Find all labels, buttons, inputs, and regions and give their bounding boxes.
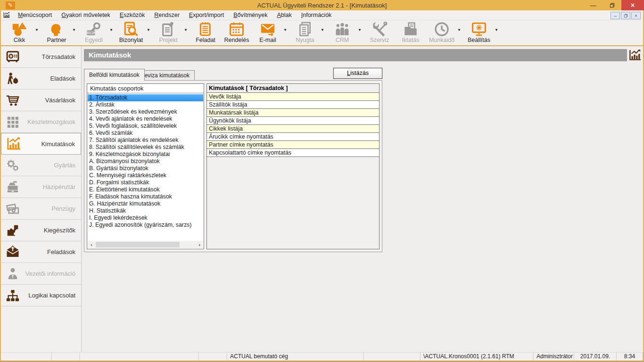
restore-button[interactable]: [603, 0, 621, 10]
menu-item-menucsoport[interactable]: Menücsoport: [13, 11, 57, 20]
report-groups-panel: Kimutatás csoportok 1. Törzsadatok2. Árl…: [87, 83, 204, 249]
org-tree-icon: [1, 288, 25, 303]
sidebar-item-eladasok[interactable]: Eladások: [1, 68, 81, 90]
chevron-down-icon[interactable]: ▼: [35, 28, 41, 32]
document-pin-icon: [160, 21, 176, 37]
calendar-icon: [229, 21, 245, 37]
puzzle-icon: [1, 223, 25, 238]
toolbar-button-label: Szerviz: [370, 37, 389, 43]
toolbar-button-feladat[interactable]: Feladat: [190, 21, 221, 43]
partner-icon: [49, 21, 65, 37]
mdi-restore-button[interactable]: [621, 12, 630, 19]
toolbar-button-e-mail[interactable]: E-mail: [252, 21, 283, 43]
mdi-minimize-button[interactable]: –: [611, 12, 620, 19]
sidebar-item-penzugy: Pénzügy: [1, 198, 81, 220]
tab-label: Deviza kimutatások: [140, 72, 190, 79]
sidebar-item-keszletmozgasok: Készletmozgások: [1, 111, 81, 133]
sidebar-item-feladasok[interactable]: Feladások: [1, 241, 81, 263]
group-item-7[interactable]: 7. Szállítói ajánlatok és rendelések: [88, 137, 203, 144]
sidebar-item-gyartas: Gyártás: [1, 155, 81, 176]
group-item-10[interactable]: A. Bizományosi bizonylatok: [88, 158, 203, 165]
menu-item-bovitmenyek[interactable]: Bővítmények: [229, 11, 272, 20]
group-item-1[interactable]: 1. Törzsadatok: [88, 94, 203, 101]
group-item-17[interactable]: H. Statisztikák: [88, 207, 203, 214]
group-item-4[interactable]: 4. Vevői ajánlatok és rendelések: [88, 115, 203, 123]
listazas-button[interactable]: Listázás: [333, 68, 382, 79]
toolbar-button-egyedi: 0110Egyedi: [78, 21, 109, 43]
tab-belfoldi-kimutatasok[interactable]: Belföldi kimutatások: [84, 69, 145, 81]
menu-item-informaciok[interactable]: Információk: [297, 11, 337, 20]
report-item[interactable]: Cikkek listája: [207, 125, 379, 133]
horizontal-scrollbar[interactable]: ‹ ›: [88, 241, 203, 248]
report-item[interactable]: Szállítók listája: [207, 101, 379, 109]
sidebar: TörzsadatokEladásokVásárlásokKészletmozg…: [1, 46, 82, 352]
sidebar-item-logikai-kapcsolat[interactable]: Logikai kapcsolat: [1, 285, 81, 306]
group-item-3[interactable]: 3. Szerződések és kedvezmények: [88, 108, 203, 115]
scrollbar-thumb[interactable]: [96, 242, 180, 247]
group-item-2[interactable]: 2. Árlisták: [88, 101, 203, 108]
chevron-down-icon[interactable]: ▼: [283, 28, 289, 32]
reports-panel-header: Kimutatások [ Törzsadatok ]: [207, 84, 379, 93]
page-title: Kimutatások: [84, 49, 627, 61]
menu-item-export-import[interactable]: Export/import: [184, 11, 229, 20]
safe-icon: [1, 50, 25, 64]
menu-item-rendszer[interactable]: Rendszer: [149, 11, 184, 20]
menu-items: MenücsoportGyakori műveletekEszközökRend…: [13, 11, 336, 20]
report-item[interactable]: Partner címke nyomtatás: [207, 141, 379, 149]
menu-item-eszkozok[interactable]: Eszközök: [115, 11, 150, 20]
toolbar-button-label: Egyedi: [85, 37, 103, 43]
toolbar-button-bizonylat[interactable]: Bizonylat: [116, 21, 147, 43]
status-cell: Adminisztrátor: [534, 353, 574, 361]
chevron-down-icon[interactable]: ▼: [72, 28, 78, 32]
status-cell: 8:34: [617, 353, 643, 361]
group-item-12[interactable]: C. Mennyiségi raktárkészletek: [88, 172, 203, 179]
clock-icon: [434, 21, 450, 37]
toolbar-button-label: Bizonylat: [119, 37, 143, 43]
sidebar-item-vasarlasok[interactable]: Vásárlások: [1, 90, 81, 111]
group-item-16[interactable]: G. Házipénztár kimutatások: [88, 200, 203, 207]
chevron-down-icon: ▼: [457, 28, 463, 32]
scroll-right-icon[interactable]: ›: [196, 241, 203, 248]
folder-icon: [403, 21, 419, 37]
mdi-close-button[interactable]: ×: [631, 12, 641, 19]
toolbar-button-projekt: Projekt: [153, 21, 184, 43]
report-item[interactable]: Kapcsolattartó címke nyomtatás: [207, 149, 379, 157]
chevron-down-icon[interactable]: ▼: [495, 28, 501, 32]
notepad-icon: [198, 21, 214, 37]
sidebar-item-kiegeszitok[interactable]: Kiegészítők: [1, 220, 81, 241]
toolbar-button-partner[interactable]: Partner: [41, 21, 72, 43]
status-cell: ACTUAL bemutató cég: [227, 353, 364, 361]
toolbar-button-cikk[interactable]: Cikk: [4, 21, 35, 43]
report-item[interactable]: Munkatársak listája: [207, 109, 379, 117]
group-item-9[interactable]: 9. Készletmozgások bizonylatai: [88, 151, 203, 158]
menu-item-ablak[interactable]: Ablak: [272, 11, 296, 20]
group-item-18[interactable]: I. Egyedi lekérdezések: [88, 214, 203, 222]
reports-panel: Kimutatások [ Törzsadatok ] Vevők listáj…: [206, 83, 380, 249]
scroll-left-icon[interactable]: ‹: [88, 241, 95, 248]
group-item-5[interactable]: 5. Vevői foglalások, szállítólevelek: [88, 123, 203, 130]
minimize-button[interactable]: —: [584, 0, 603, 10]
toolbar-button-beallitas[interactable]: Beállítás: [463, 21, 495, 43]
report-item[interactable]: Árucikk címke nyomtatás: [207, 133, 379, 141]
sidebar-item-label: Készletmozgások: [25, 118, 81, 125]
group-item-19[interactable]: J. Egyedi azonosítók (gyáriszám, sarzs): [88, 222, 203, 229]
group-item-11[interactable]: B. Gyártási bizonylatok: [88, 165, 203, 172]
toolbar-button-label: Beállítás: [468, 37, 490, 43]
chevron-down-icon[interactable]: ▼: [147, 28, 153, 32]
group-item-15[interactable]: F. Eladások haszna kimutatások: [88, 193, 203, 200]
report-item[interactable]: Vevők listája: [207, 93, 379, 101]
group-item-8[interactable]: 8. Szállítói szállítólevelek és számlák: [88, 144, 203, 151]
menu-item-gyakori-muveletek[interactable]: Gyakori műveletek: [57, 11, 115, 20]
report-item[interactable]: Ügynökök listája: [207, 117, 379, 125]
group-item-14[interactable]: E. Élettörténeti kimutatások: [88, 186, 203, 193]
close-button[interactable]: ×: [621, 0, 644, 10]
group-item-13[interactable]: D. Forgalmi statisztikák: [88, 179, 203, 186]
chevron-down-icon: ▼: [184, 28, 190, 32]
sidebar-item-kimutatasok[interactable]: Kimutatások: [1, 133, 81, 155]
toolbar-button-label: Munkaidő: [429, 37, 454, 43]
group-item-6[interactable]: 6. Vevői számlák: [88, 130, 203, 137]
sidebar-item-torzsadatok[interactable]: Törzsadatok: [1, 46, 81, 68]
svg-text:0110: 0110: [87, 31, 95, 35]
sidebar-item-label: Kimutatások: [25, 140, 81, 148]
toolbar-button-rendeles[interactable]: Rendelés: [221, 21, 252, 43]
